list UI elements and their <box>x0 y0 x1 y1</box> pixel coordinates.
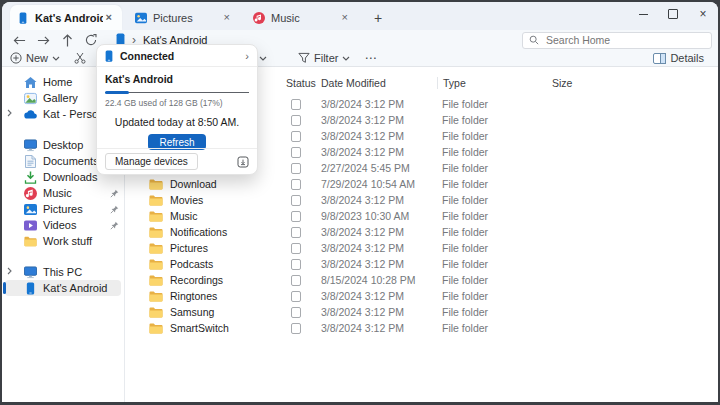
home-icon <box>24 76 37 89</box>
view-dropdown-chevron-icon[interactable] <box>259 56 267 61</box>
new-button-label: New <box>26 52 48 64</box>
file-row-notifications[interactable]: Notifications3/8/2024 3:12 PMFile folder <box>125 224 718 240</box>
tab-pictures[interactable]: Pictures× <box>128 5 240 30</box>
minimize-icon <box>639 14 648 15</box>
file-date-modified: 3/8/2024 3:12 PM <box>321 130 437 142</box>
column-header-size[interactable]: Size <box>552 77 718 89</box>
sidebar-item-work-stuff[interactable]: Work stuff <box>2 233 124 249</box>
desktop-icon <box>24 139 37 152</box>
expander-chevron-icon[interactable] <box>7 107 12 119</box>
search-box[interactable] <box>522 32 712 49</box>
back-button[interactable] <box>8 31 30 49</box>
sync-status-icon <box>291 131 301 142</box>
tab-music[interactable]: Music× <box>246 5 358 30</box>
expander-chevron-icon[interactable] <box>7 265 12 277</box>
column-header-date[interactable]: Date Modified <box>321 77 437 89</box>
tab-close-icon[interactable]: × <box>221 11 233 24</box>
minimize-button[interactable] <box>628 2 658 26</box>
file-row-download[interactable]: Download7/29/2024 10:54 AMFile folder <box>125 176 718 192</box>
flyout-header[interactable]: Connected › <box>97 45 257 67</box>
folder-icon <box>149 323 163 334</box>
sync-status-icon <box>291 275 301 286</box>
folder-icon <box>149 259 163 270</box>
forward-button[interactable] <box>32 31 54 49</box>
sidebar-group: This PCKat's Android <box>2 264 124 296</box>
pin-icon <box>110 189 119 198</box>
file-type: File folder <box>437 146 552 158</box>
column-header-status[interactable]: Status <box>286 77 321 89</box>
file-row-smartswitch[interactable]: SmartSwitch3/8/2024 3:12 PMFile folder <box>125 320 718 336</box>
sync-status-icon <box>291 115 301 126</box>
thispc-icon <box>24 266 37 279</box>
details-button[interactable]: Details <box>653 52 708 65</box>
manage-devices-icon[interactable] <box>237 156 249 168</box>
up-button[interactable] <box>56 31 78 49</box>
more-options-button[interactable]: ⋯ <box>364 51 377 65</box>
cut-button[interactable] <box>74 52 86 64</box>
file-date-modified: 3/8/2024 3:12 PM <box>321 306 437 318</box>
manage-devices-button[interactable]: Manage devices <box>105 153 198 170</box>
folder-icon <box>149 179 163 190</box>
file-row-samsung[interactable]: Samsung3/8/2024 3:12 PMFile folder <box>125 304 718 320</box>
column-header-type[interactable]: Type <box>437 77 552 89</box>
downloads-icon <box>24 171 37 184</box>
file-type: File folder <box>437 258 552 270</box>
file-row-movies[interactable]: Movies3/8/2024 3:12 PMFile folder <box>125 192 718 208</box>
phone-icon <box>17 12 29 24</box>
sidebar-item-label: Documents <box>43 155 99 167</box>
file-date-modified: 2/27/2024 5:45 PM <box>321 162 437 174</box>
file-type: File folder <box>437 226 552 238</box>
search-input[interactable] <box>544 33 705 47</box>
file-type: File folder <box>437 178 552 190</box>
new-button[interactable]: New <box>10 52 60 64</box>
device-status-flyout: Connected › Kat's Android 22.4 GB used o… <box>96 44 258 175</box>
folder-icon <box>149 275 163 286</box>
maximize-button[interactable] <box>658 2 688 26</box>
sidebar-item-label: This PC <box>43 266 82 278</box>
file-row-pictures[interactable]: Pictures3/8/2024 3:12 PMFile folder <box>125 240 718 256</box>
file-date-modified: 3/8/2024 3:12 PM <box>321 98 437 110</box>
sidebar-item-label: Videos <box>43 219 76 231</box>
sync-status-icon <box>291 291 301 302</box>
sidebar-item-kat-s-android[interactable]: Kat's Android <box>5 280 121 296</box>
folder-icon <box>149 243 163 254</box>
sidebar-item-pictures[interactable]: Pictures <box>2 201 124 217</box>
sidebar-item-label: Downloads <box>43 171 97 183</box>
filter-button[interactable]: Filter <box>298 52 350 64</box>
sync-status-icon <box>291 99 301 110</box>
sidebar-item-music[interactable]: Music <box>2 185 124 201</box>
folder-icon <box>149 195 163 206</box>
file-name: Pictures <box>170 242 208 254</box>
folder-icon <box>149 227 163 238</box>
file-name: Notifications <box>170 226 227 238</box>
file-name: Ringtones <box>170 290 217 302</box>
file-type: File folder <box>437 210 552 222</box>
flyout-footer: Manage devices <box>97 148 257 174</box>
device-name: Kat's Android <box>105 73 249 85</box>
file-name: SmartSwitch <box>170 322 229 334</box>
close-button[interactable]: × <box>688 2 718 26</box>
file-type: File folder <box>437 306 552 318</box>
new-tab-button[interactable]: + <box>368 10 388 26</box>
file-date-modified: 9/8/2023 10:30 AM <box>321 210 437 222</box>
sidebar-item-this-pc[interactable]: This PC <box>2 264 124 280</box>
file-date-modified: 3/8/2024 3:12 PM <box>321 194 437 206</box>
pictures-icon <box>24 203 37 216</box>
gallery-icon <box>24 92 37 105</box>
sync-status-icon <box>291 163 301 174</box>
file-row-podcasts[interactable]: Podcasts3/8/2024 3:12 PMFile folder <box>125 256 718 272</box>
forward-icon <box>37 34 50 47</box>
maximize-icon <box>668 9 678 19</box>
tab-kat-s-android[interactable]: Kat's Android× <box>10 5 122 30</box>
back-icon <box>13 34 26 47</box>
file-type: File folder <box>437 290 552 302</box>
file-row-recordings[interactable]: Recordings8/15/2024 10:28 PMFile folder <box>125 272 718 288</box>
sidebar-item-label: Kat's Android <box>43 282 107 294</box>
file-date-modified: 3/8/2024 3:12 PM <box>321 146 437 158</box>
chevron-right-icon[interactable]: › <box>245 50 249 62</box>
sidebar-item-videos[interactable]: Videos <box>2 217 124 233</box>
tab-close-icon[interactable]: × <box>103 11 115 24</box>
file-row-ringtones[interactable]: Ringtones3/8/2024 3:12 PMFile folder <box>125 288 718 304</box>
file-row-music[interactable]: Music9/8/2023 10:30 AMFile folder <box>125 208 718 224</box>
tab-close-icon[interactable]: × <box>339 11 351 24</box>
